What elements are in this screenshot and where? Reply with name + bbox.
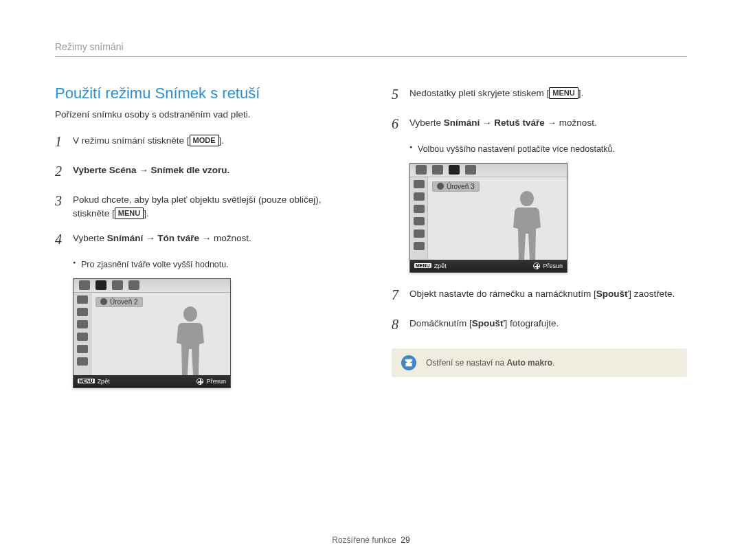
person-silhouette bbox=[506, 191, 548, 260]
side-icon bbox=[77, 295, 88, 304]
side-icon bbox=[414, 229, 425, 238]
move-label: Přesun bbox=[206, 378, 226, 385]
step-number: 5 bbox=[392, 85, 409, 104]
footer-label: Rozšířené funkce bbox=[332, 535, 396, 545]
page-header: Režimy snímáni bbox=[55, 41, 687, 57]
back-label: Zpět bbox=[98, 378, 110, 385]
top-icon bbox=[79, 280, 90, 290]
side-icon bbox=[414, 192, 425, 201]
note-box: Ostření se nastaví na Auto makro. bbox=[392, 348, 687, 377]
camera-lcd-right: Úroveň 3 MENU Zpět Přesun bbox=[409, 163, 567, 273]
bullet-item: Volbou vyššího nastavení potlačíte více … bbox=[409, 144, 687, 156]
top-icon bbox=[128, 280, 139, 290]
move-label: Přesun bbox=[543, 262, 563, 269]
person-silhouette bbox=[170, 306, 211, 375]
step-text: Nedostatky pleti skryjete stiskem [MENU]… bbox=[409, 85, 687, 100]
page-footer: Rozšířené funkce 29 bbox=[0, 535, 742, 545]
top-icon bbox=[95, 280, 106, 290]
step4-bullets: Pro zjasnění tváře volte vyšší hodnotu. bbox=[73, 259, 350, 271]
step-number: 8 bbox=[392, 315, 409, 335]
steps-right-2: 7 Objekt nastavte do rámečku a namáčknut… bbox=[392, 285, 687, 335]
lcd-bottom-bar: MENU Zpět Přesun bbox=[410, 260, 567, 272]
level-tab: Úroveň 2 bbox=[95, 297, 143, 307]
side-icon bbox=[77, 345, 88, 353]
level-tab: Úroveň 3 bbox=[432, 181, 480, 192]
menu-key-icon: MENU bbox=[78, 379, 95, 383]
step-text: Vyberte Snímání → Tón tváře → možnost. bbox=[73, 229, 350, 245]
side-icon bbox=[414, 180, 425, 188]
level-dot-icon bbox=[100, 298, 107, 305]
note-icon bbox=[401, 355, 416, 370]
step-text: Pokud chcete, aby byla pleť objektu svět… bbox=[73, 191, 350, 220]
menu-key-icon: MENU bbox=[414, 263, 431, 268]
level-label: Úroveň 3 bbox=[447, 183, 475, 190]
step-text: V režimu snímání stiskněte [MODE]. bbox=[73, 132, 350, 148]
right-column: 5 Nedostatky pleti skryjete stiskem [MEN… bbox=[392, 85, 687, 388]
lcd-top-bar bbox=[410, 164, 567, 177]
side-icon bbox=[77, 333, 88, 341]
left-column: Použití režimu Snímek s retuší Pořízení … bbox=[55, 85, 350, 388]
nav-icon bbox=[196, 378, 203, 385]
step-text: Objekt nastavte do rámečku a namáčknutím… bbox=[409, 285, 687, 301]
section-title: Použití režimu Snímek s retuší bbox=[55, 85, 350, 102]
top-icon bbox=[416, 165, 427, 175]
camera-lcd-left: Úroveň 2 MENU Zpět Přesun bbox=[73, 278, 231, 388]
top-icon bbox=[449, 165, 460, 175]
steps-left: 1 V režimu snímání stiskněte [MODE]. 2 V… bbox=[55, 132, 350, 249]
level-label: Úroveň 2 bbox=[110, 298, 138, 306]
step-number: 1 bbox=[55, 132, 73, 152]
step-text: Vyberte Scéna → Snímek dle vzoru. bbox=[73, 161, 350, 177]
mode-key: MODE bbox=[190, 135, 219, 146]
step6-bullets: Volbou vyššího nastavení potlačíte více … bbox=[409, 144, 687, 156]
lcd-side-icons bbox=[410, 177, 428, 260]
side-icon bbox=[414, 242, 425, 250]
top-icon bbox=[112, 280, 123, 290]
menu-key: MENU bbox=[549, 87, 578, 99]
step-number: 2 bbox=[55, 161, 73, 181]
step-text: Domáčknutím [Spoušť] fotografujte. bbox=[409, 315, 687, 331]
level-dot-icon bbox=[437, 183, 444, 190]
top-icon bbox=[465, 165, 476, 175]
lcd-side-icons bbox=[74, 293, 91, 375]
side-icon bbox=[77, 320, 88, 328]
step-number: 7 bbox=[392, 285, 409, 305]
steps-right: 5 Nedostatky pleti skryjete stiskem [MEN… bbox=[392, 85, 687, 134]
step-number: 6 bbox=[392, 114, 409, 134]
side-icon bbox=[414, 205, 425, 213]
top-icon bbox=[432, 165, 443, 175]
bullet-item: Pro zjasnění tváře volte vyšší hodnotu. bbox=[73, 259, 350, 271]
intro-text: Pořízení snímku osoby s odstraněním vad … bbox=[55, 109, 350, 120]
side-icon bbox=[77, 357, 88, 366]
page-number: 29 bbox=[401, 535, 409, 545]
lcd-top-bar bbox=[74, 279, 230, 293]
step-text: Vyberte Snímání → Retuš tváře → možnost. bbox=[409, 114, 687, 130]
side-icon bbox=[77, 308, 88, 316]
lcd-bottom-bar: MENU Zpět Přesun bbox=[74, 375, 230, 388]
step-number: 4 bbox=[55, 229, 73, 249]
step-number: 3 bbox=[55, 191, 73, 211]
note-text: Ostření se nastaví na Auto makro. bbox=[426, 358, 554, 368]
menu-key: MENU bbox=[115, 208, 144, 219]
nav-icon bbox=[533, 262, 540, 269]
back-label: Zpět bbox=[434, 262, 447, 269]
side-icon bbox=[414, 217, 425, 225]
